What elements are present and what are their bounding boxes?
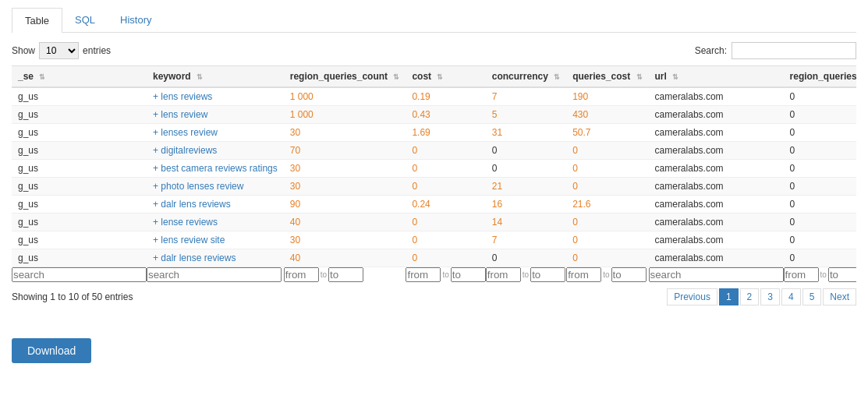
filter-keyword[interactable] bbox=[147, 267, 282, 282]
cell-keyword: + lens reviews bbox=[147, 87, 284, 106]
showing-text: Showing 1 to 10 of 50 entries bbox=[12, 291, 133, 302]
tab-history[interactable]: History bbox=[108, 8, 164, 33]
col-keyword[interactable]: keyword ⇅ bbox=[147, 66, 284, 88]
cell-region_queries_count: 30 bbox=[284, 160, 406, 178]
table-row: g_us+ lens review1 0000.435430cameralabs… bbox=[12, 106, 856, 124]
keyword-link[interactable]: + dalr lense reviews bbox=[153, 252, 236, 263]
cell-region_queries_count: 40 bbox=[284, 214, 406, 231]
show-entries: Show 10 25 50 100 entries bbox=[12, 42, 111, 59]
cell-queries_cost: 430 bbox=[566, 106, 648, 124]
keyword-link[interactable]: + dalr lens reviews bbox=[153, 199, 231, 210]
filter-rqcw-to[interactable] bbox=[828, 267, 856, 282]
search-box: Search: bbox=[695, 42, 856, 59]
cell-cost: 0 bbox=[406, 160, 485, 178]
keyword-link[interactable]: + lens review site bbox=[153, 235, 225, 245]
cell-_se: g_us bbox=[12, 106, 147, 124]
filter-rqc-to[interactable] bbox=[328, 267, 363, 282]
table-wrapper: _se ⇅ keyword ⇅ region_queries_count ⇅ c… bbox=[12, 65, 856, 282]
keyword-link[interactable]: + digitalreviews bbox=[153, 145, 217, 156]
cell-concurrency: 0 bbox=[486, 249, 566, 267]
cell-cost: 1.69 bbox=[406, 124, 485, 142]
cell-queries_cost: 0 bbox=[566, 142, 648, 160]
table-row: g_us+ dalr lense reviews40000cameralabs.… bbox=[12, 249, 856, 267]
cell-_se: g_us bbox=[12, 196, 147, 214]
table-row: g_us+ dalr lens reviews900.241621.6camer… bbox=[12, 196, 856, 214]
filter-cost-to[interactable] bbox=[451, 267, 486, 282]
cell-queries_cost: 0 bbox=[566, 214, 648, 231]
cell-keyword: + lens review site bbox=[147, 231, 284, 249]
keyword-link[interactable]: + lense reviews bbox=[153, 217, 218, 228]
keyword-link[interactable]: + best camera reviews ratings bbox=[153, 163, 278, 174]
horizontal-scrollbar[interactable] bbox=[12, 312, 856, 324]
col-se[interactable]: _se ⇅ bbox=[12, 66, 147, 88]
search-label: Search: bbox=[695, 45, 727, 56]
filter-se[interactable] bbox=[12, 267, 147, 282]
table-row: g_us+ lens reviews1 0000.197190cameralab… bbox=[12, 87, 856, 106]
cell-region_queries_count_wide: 0 bbox=[784, 249, 856, 267]
cell-region_queries_count: 40 bbox=[284, 249, 406, 267]
col-cost[interactable]: cost ⇅ bbox=[406, 66, 485, 88]
cell-_se: g_us bbox=[12, 231, 147, 249]
page-5-button[interactable]: 5 bbox=[802, 288, 822, 305]
data-table: _se ⇅ keyword ⇅ region_queries_count ⇅ c… bbox=[12, 65, 856, 282]
cell-keyword: + best camera reviews ratings bbox=[147, 160, 284, 178]
cell-_se: g_us bbox=[12, 249, 147, 267]
cell-concurrency: 16 bbox=[486, 196, 566, 214]
tab-table[interactable]: Table bbox=[12, 8, 62, 33]
filter-conc-from[interactable] bbox=[486, 267, 521, 282]
search-input[interactable] bbox=[732, 42, 856, 59]
cell-url: cameralabs.com bbox=[649, 196, 784, 214]
keyword-link[interactable]: + lens reviews bbox=[153, 91, 212, 102]
col-queries-cost[interactable]: queries_cost ⇅ bbox=[566, 66, 648, 88]
cell-url: cameralabs.com bbox=[649, 124, 784, 142]
col-region-queries-count-wide[interactable]: region_queries_count_wide ⇅ bbox=[784, 66, 856, 88]
cell-url: cameralabs.com bbox=[649, 142, 784, 160]
keyword-link[interactable]: + photo lenses review bbox=[153, 181, 243, 192]
filter-url[interactable] bbox=[649, 267, 784, 282]
filter-cost-from[interactable] bbox=[406, 267, 441, 282]
filter-qc-to[interactable] bbox=[611, 267, 647, 282]
col-url[interactable]: url ⇅ bbox=[649, 66, 784, 88]
pagination-row: Showing 1 to 10 of 50 entries Previous 1… bbox=[12, 288, 856, 305]
prev-button[interactable]: Previous bbox=[667, 288, 717, 305]
cell-_se: g_us bbox=[12, 142, 147, 160]
cell-cost: 0 bbox=[406, 178, 485, 196]
next-button[interactable]: Next bbox=[823, 288, 856, 305]
page-1-button[interactable]: 1 bbox=[719, 288, 739, 305]
tab-sql[interactable]: SQL bbox=[62, 8, 108, 33]
cell-region_queries_count_wide: 0 bbox=[784, 196, 856, 214]
cell-cost: 0 bbox=[406, 214, 485, 231]
cell-region_queries_count_wide: 0 bbox=[784, 124, 856, 142]
keyword-link[interactable]: + lenses review bbox=[153, 127, 218, 138]
cell-queries_cost: 21.6 bbox=[566, 196, 648, 214]
download-button[interactable]: Download bbox=[12, 338, 91, 363]
cell-queries_cost: 50.7 bbox=[566, 124, 648, 142]
entries-label: entries bbox=[83, 45, 111, 56]
table-row: g_us+ lens review site30070cameralabs.co… bbox=[12, 231, 856, 249]
filter-rqc-from[interactable] bbox=[284, 267, 319, 282]
filter-conc-to[interactable] bbox=[530, 267, 565, 282]
table-row: g_us+ digitalreviews70000cameralabs.com0… bbox=[12, 142, 856, 160]
table-row: g_us+ lenses review301.693150.7cameralab… bbox=[12, 124, 856, 142]
col-region-queries-count[interactable]: region_queries_count ⇅ bbox=[284, 66, 406, 88]
cell-queries_cost: 0 bbox=[566, 160, 648, 178]
entries-select[interactable]: 10 25 50 100 bbox=[39, 42, 79, 59]
page-3-button[interactable]: 3 bbox=[760, 288, 780, 305]
cell-region_queries_count_wide: 0 bbox=[784, 231, 856, 249]
cell-_se: g_us bbox=[12, 214, 147, 231]
cell-keyword: + lense reviews bbox=[147, 214, 284, 231]
filter-qc-from[interactable] bbox=[566, 267, 601, 282]
cell-region_queries_count: 1 000 bbox=[284, 87, 406, 106]
cell-region_queries_count_wide: 0 bbox=[784, 214, 856, 231]
col-concurrency[interactable]: concurrency ⇅ bbox=[486, 66, 566, 88]
page-4-button[interactable]: 4 bbox=[781, 288, 801, 305]
keyword-link[interactable]: + lens review bbox=[153, 109, 207, 120]
filter-rqcw-from[interactable] bbox=[784, 267, 819, 282]
cell-url: cameralabs.com bbox=[649, 231, 784, 249]
page-2-button[interactable]: 2 bbox=[740, 288, 760, 305]
cell-queries_cost: 0 bbox=[566, 178, 648, 196]
cell-concurrency: 0 bbox=[486, 142, 566, 160]
cell-keyword: + dalr lens reviews bbox=[147, 196, 284, 214]
cell-region_queries_count_wide: 0 bbox=[784, 178, 856, 196]
table-row: g_us+ best camera reviews ratings30000ca… bbox=[12, 160, 856, 178]
